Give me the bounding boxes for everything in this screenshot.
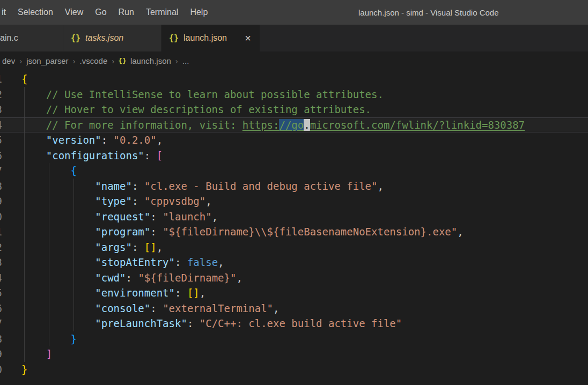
code-token: "version" [46, 134, 101, 146]
tab-main-c[interactable]: ain.c [0, 25, 63, 51]
json-file-icon: {} [118, 57, 127, 65]
code-token: "externalTerminal" [163, 302, 273, 314]
code-token: } [71, 333, 77, 345]
line-number: 5 [0, 132, 2, 148]
code-area[interactable]: { // Use IntelliSense to learn about pos… [21, 71, 588, 377]
code-token: https: [242, 119, 280, 131]
menu-item-edit[interactable]: it [0, 0, 12, 25]
editor: 1234567891011121314151617181920 { // Use… [0, 70, 588, 385]
json-file-icon: {} [71, 33, 80, 43]
code-token [21, 134, 46, 146]
code-token: false [187, 256, 218, 268]
code-line[interactable]: "cwd": "${fileDirname}", [21, 270, 588, 286]
code-token: [ [157, 150, 163, 161]
code-line[interactable]: { [21, 163, 588, 179]
code-line[interactable]: "args": [], [21, 240, 588, 255]
code-token: [] [144, 241, 157, 253]
code-line[interactable]: { [21, 71, 588, 87]
line-number: 10 [0, 209, 2, 225]
code-token: "C/C++: cl.exe build active file" [200, 317, 402, 329]
chevron-right-icon: › [69, 56, 79, 65]
code-token [21, 180, 95, 192]
code-line[interactable]: "stopAtEntry": false, [21, 255, 588, 270]
code-token: "0.2.0" [114, 134, 157, 146]
code-token [21, 165, 71, 176]
code-line[interactable]: "name": "cl.exe - Build and debug active… [21, 179, 588, 194]
menu-item-selection[interactable]: Selection [12, 0, 59, 25]
breadcrumb-item-launch-json[interactable]: launch.json [130, 56, 172, 65]
breadcrumb-item-symbol[interactable]: ... [182, 56, 190, 65]
code-token [21, 317, 95, 329]
menu-item-view[interactable]: View [59, 0, 89, 25]
code-token: : [150, 226, 163, 238]
code-token: "request" [95, 211, 150, 223]
tab-label: launch.json [183, 33, 227, 43]
code-token: "cwd" [95, 272, 126, 284]
breadcrumb-item-json-parser[interactable]: json_parser [26, 56, 69, 65]
close-icon[interactable]: × [244, 33, 252, 43]
code-token: // For more information, visit: [21, 119, 242, 131]
line-number: 7 [0, 163, 2, 179]
code-token: "stopAtEntry" [95, 256, 175, 268]
line-number: 9 [0, 194, 2, 209]
line-number: 13 [0, 255, 2, 270]
code-token: : [144, 150, 157, 161]
menu-item-go[interactable]: Go [89, 0, 112, 25]
breadcrumb: dev › json_parser › .vscode › {} launch.… [0, 51, 588, 70]
code-token: , [205, 195, 211, 207]
code-token: , [273, 302, 279, 314]
code-line[interactable]: "configurations": [ [21, 148, 588, 164]
line-number: 17 [0, 316, 2, 331]
code-token [21, 348, 46, 360]
code-token: : [150, 211, 163, 223]
line-number: 14 [0, 270, 2, 286]
code-token: "cl.exe - Build and debug active file" [144, 180, 378, 192]
code-line[interactable]: // Hover to view descriptions of existin… [21, 102, 588, 117]
line-number: 1 [0, 71, 2, 87]
code-line[interactable]: "type": "cppvsdbg", [21, 194, 588, 209]
line-number: 6 [0, 148, 2, 164]
code-token [21, 195, 95, 207]
code-line-current[interactable]: // For more information, visit: https://… [21, 117, 588, 133]
code-line[interactable]: ] [21, 346, 588, 362]
tab-label: tasks.json [85, 33, 123, 43]
code-token: , [200, 287, 205, 299]
code-line[interactable]: "program": "${fileDirname}\\${fileBasena… [21, 224, 588, 240]
code-token: "type" [95, 195, 132, 207]
code-line[interactable]: "version": "0.2.0", [21, 132, 588, 148]
breadcrumb-item-dev[interactable]: dev [2, 56, 16, 65]
code-token [21, 333, 71, 345]
line-number: 8 [0, 179, 2, 194]
code-token: microsoft.com/fwlink/?linkid=830387 [310, 119, 525, 131]
tab-label: ain.c [0, 33, 18, 43]
tab-tasks-json[interactable]: {} tasks.json [63, 25, 161, 51]
code-token: , [218, 256, 224, 268]
code-token: : [132, 241, 144, 253]
code-token: : [150, 302, 163, 314]
code-token: "configurations" [46, 150, 144, 161]
code-line[interactable]: } [21, 331, 588, 347]
json-file-icon: {} [169, 33, 179, 43]
code-token: { [21, 73, 27, 85]
code-line[interactable]: "request": "launch", [21, 209, 588, 225]
code-token: "args" [95, 241, 132, 253]
code-line[interactable]: // Use IntelliSense to learn about possi… [21, 87, 588, 102]
line-number: 2 [0, 87, 2, 102]
line-number: 19 [0, 346, 2, 362]
code-token: "preLaunchTask" [95, 317, 187, 329]
line-number: 16 [0, 301, 2, 316]
code-line[interactable]: "preLaunchTask": "C/C++: cl.exe build ac… [21, 316, 588, 331]
menu-item-run[interactable]: Run [113, 0, 140, 25]
code-line[interactable]: } [21, 362, 588, 377]
code-token [21, 150, 46, 161]
code-line[interactable]: "console": "externalTerminal", [21, 301, 588, 316]
code-token: : [126, 272, 138, 284]
menu-item-terminal[interactable]: Terminal [140, 0, 184, 25]
code-token: //go [279, 119, 304, 131]
menu-item-help[interactable]: Help [184, 0, 214, 25]
breadcrumb-item-vscode[interactable]: .vscode [79, 56, 108, 65]
tab-launch-json[interactable]: {} launch.json × [161, 25, 260, 51]
line-number: 15 [0, 285, 2, 301]
code-token: } [21, 364, 27, 375]
code-line[interactable]: "environment": [], [21, 285, 588, 301]
